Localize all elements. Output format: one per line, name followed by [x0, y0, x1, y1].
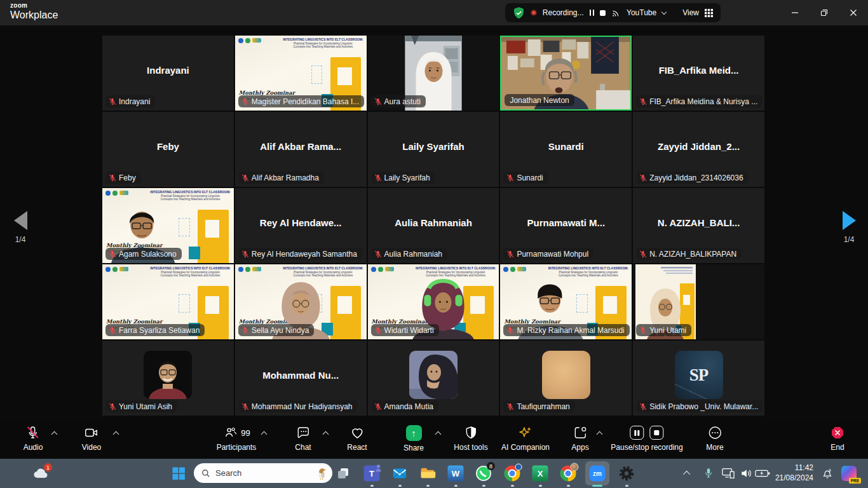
tray-microphone-icon[interactable] — [703, 467, 714, 480]
next-page-button[interactable]: 1/4 — [834, 211, 864, 244]
minimize-button[interactable] — [780, 0, 810, 25]
notification-bell-icon[interactable] — [821, 467, 834, 480]
video-button[interactable]: Video — [82, 425, 101, 452]
cast-display-icon[interactable] — [721, 467, 736, 480]
participant-name-label: Purnamawati Mohpul — [503, 248, 593, 260]
participant-tile[interactable]: Mohammad Nu... Mohammad Nur Hadiyansyah — [235, 341, 367, 416]
word-icon[interactable]: W — [448, 466, 464, 482]
hidden-icons-chevron[interactable] — [685, 471, 690, 476]
stop-recording-icon[interactable] — [600, 10, 606, 16]
participant-tile[interactable]: Amanda Mutia — [368, 341, 499, 416]
participant-tile[interactable]: Aura astuti — [368, 36, 499, 111]
participant-name-label: Taufiqurrahman — [503, 400, 574, 412]
meeting-toolbar: Audio Video 99 Participants Chat React ↑ — [0, 419, 868, 459]
participant-name-label: Agam Sulaksono — [105, 248, 182, 260]
onedrive-icon[interactable]: 1 — [31, 467, 48, 480]
participant-name-label: Zayyid Jiddan_2314026036 — [636, 172, 748, 184]
participant-tile[interactable]: Laily Syarifah Laily Syarifah — [368, 112, 499, 187]
taskbar-clock[interactable]: 11:42 21/08/2024 — [775, 463, 813, 483]
recording-status-text: Recording... — [543, 8, 584, 17]
taskbar-search-box[interactable]: Search — [194, 463, 332, 483]
battery-icon[interactable] — [755, 469, 770, 478]
participant-tile[interactable]: Alif Akbar Rama... Alif Akbar Ramadha — [235, 112, 367, 187]
clock-date: 21/08/2024 — [775, 473, 813, 484]
close-button[interactable] — [839, 0, 868, 25]
participant-tile[interactable]: Feby Feby — [102, 112, 234, 187]
participant-tile[interactable]: Aulia Rahmaniah Aulia Rahmaniah — [368, 188, 499, 263]
participant-name-label: Yuni Utami Asih — [105, 400, 177, 412]
participant-tile[interactable]: Indrayani Indrayani — [102, 36, 234, 111]
restore-button[interactable] — [810, 0, 839, 25]
chat-options-chevron[interactable] — [323, 431, 329, 438]
view-button-label[interactable]: View — [682, 8, 699, 17]
apps-button[interactable]: Apps — [571, 425, 588, 452]
participant-tile[interactable]: Purnamawati M... Purnamawati Mohpul — [500, 188, 632, 263]
participant-center-name: Zayyid Jiddan_2... — [633, 141, 764, 152]
participant-tile[interactable]: INTEGRATING LINGUISTICS INTO ELT CLASSRO… — [102, 188, 234, 263]
encryption-shield-icon[interactable] — [513, 7, 525, 19]
chat-button[interactable]: Chat — [295, 425, 311, 452]
participant-tile-active-speaker[interactable]: Jonathan Newton — [500, 36, 632, 111]
muted-mic-icon — [639, 327, 647, 334]
react-button[interactable]: React — [347, 425, 367, 452]
participants-icon — [222, 425, 238, 440]
end-meeting-button[interactable]: End — [830, 425, 845, 452]
recording-dot-icon — [531, 10, 537, 16]
participant-name-label: Magister Pendidikan Bahasa I... — [238, 95, 364, 107]
participant-tile[interactable]: Zayyid Jiddan_2... Zayyid Jiddan_2314026… — [633, 112, 764, 187]
whatsapp-icon[interactable]: 8 — [475, 465, 492, 482]
volume-icon[interactable] — [740, 467, 752, 480]
more-button[interactable]: More — [706, 425, 723, 452]
participants-button[interactable]: 99 Participants — [217, 425, 257, 452]
pause-recording-icon[interactable] — [630, 426, 644, 440]
previous-page-button[interactable]: 1/4 — [5, 211, 36, 244]
participant-tile[interactable]: INTEGRATING LINGUISTICS INTO ELT CLASSRO… — [235, 264, 367, 339]
mail-icon[interactable] — [392, 466, 407, 481]
participant-tile[interactable]: Taufiqurrahman — [500, 341, 632, 416]
task-view-icon[interactable] — [336, 466, 350, 480]
muted-mic-icon — [639, 98, 647, 105]
share-options-chevron[interactable] — [435, 431, 442, 438]
search-highlight-bird-icon[interactable] — [316, 466, 327, 480]
chrome-icon[interactable] — [505, 466, 520, 482]
participant-tile[interactable]: SP Sidik Prabowo _Univ. Mulawar... — [633, 341, 764, 416]
muted-mic-icon — [241, 174, 249, 182]
next-page-arrow-icon[interactable] — [843, 211, 856, 230]
pause-recording-icon[interactable] — [590, 10, 595, 16]
zoom-app-icon[interactable]: zm — [590, 466, 606, 482]
muted-mic-toolbar-icon — [25, 425, 41, 440]
file-explorer-icon[interactable] — [420, 466, 436, 482]
participant-name-label: Jonathan Newton — [505, 94, 574, 106]
previous-page-arrow-icon[interactable] — [14, 211, 27, 230]
teams-icon[interactable]: T — [364, 466, 380, 482]
participant-tile[interactable]: INTEGRATING LINGUISTICS INTO ELT CLASSRO… — [235, 36, 367, 111]
copilot-icon[interactable]: PRE — [841, 466, 857, 481]
audio-button[interactable]: Audio — [24, 425, 43, 452]
participant-name-label: Sunardi — [503, 172, 548, 184]
youtube-chevron-down-icon[interactable] — [661, 9, 667, 14]
share-button[interactable]: ↑ Share — [403, 425, 424, 452]
participant-tile[interactable]: Rey Al Hendawe... Rey Al Hendaweyah Sama… — [235, 188, 367, 263]
view-grid-icon[interactable] — [705, 9, 713, 17]
participant-tile[interactable]: INTEGRATING LINGUISTICS INTO ELT CLASSRO… — [500, 264, 632, 339]
ai-companion-button[interactable]: AI Companion — [501, 425, 550, 452]
participant-tile[interactable]: INTEGRATING LINGUISTICS INTO ELT CLASSRO… — [368, 264, 499, 339]
stop-recording-icon[interactable] — [650, 426, 664, 440]
participant-tile[interactable]: FIB_Arfika Meid... FIB_Arfika Meidina & … — [633, 36, 764, 111]
participant-tile[interactable]: Yuni Utami Asih — [102, 341, 234, 416]
apps-options-chevron[interactable] — [597, 431, 603, 438]
participant-tile[interactable]: N. AZIZAH_BALI... N. AZIZAH_BALIKPAPAN — [633, 188, 764, 263]
excel-icon[interactable]: X — [532, 466, 548, 482]
audio-options-chevron[interactable] — [51, 431, 58, 438]
participant-tile[interactable]: Sunardi Sunardi — [500, 112, 632, 187]
youtube-live-label[interactable]: YouTube — [627, 8, 656, 17]
start-button[interactable] — [171, 466, 186, 481]
video-options-chevron[interactable] — [113, 431, 119, 438]
chrome-profile2-icon[interactable] — [560, 466, 576, 482]
pause-stop-recording-button[interactable]: Pause/stop recording — [611, 425, 682, 452]
participant-tile[interactable]: INTEGRATING LINGUISTICS INTO ELT CLASSRO… — [102, 264, 234, 339]
host-tools-button[interactable]: Host tools — [454, 425, 487, 452]
participant-tile[interactable]: Yuni Utami — [633, 264, 764, 339]
participants-options-chevron[interactable] — [261, 431, 268, 438]
settings-gear-icon[interactable] — [618, 465, 635, 482]
